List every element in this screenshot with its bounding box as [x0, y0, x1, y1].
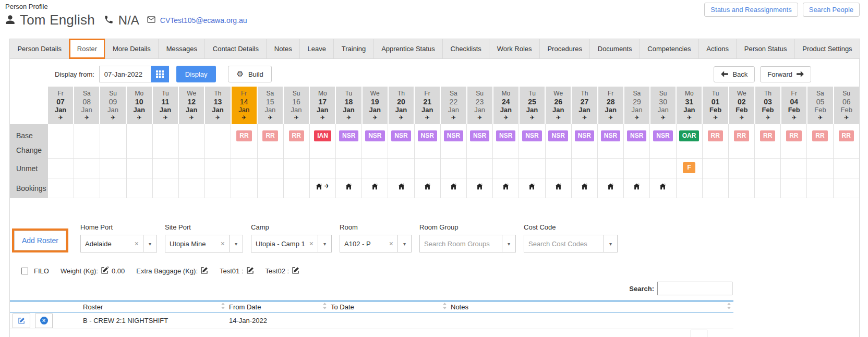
date-header-15-jan[interactable]: Sa15Jan✈ — [258, 87, 284, 124]
date-header-20-jan[interactable]: Th20Jan✈ — [389, 87, 415, 124]
shift-badge-rr[interactable]: RR — [708, 130, 723, 141]
shift-badge-nsr[interactable]: NSR — [601, 130, 620, 141]
date-header-03-feb[interactable]: Th03Feb✈ — [755, 87, 781, 124]
tab-roster[interactable]: Roster — [69, 39, 105, 59]
date-header-10-jan[interactable]: Mo10Jan✈ — [127, 87, 153, 124]
date-header-14-jan[interactable]: Fr14Jan✈ — [232, 87, 258, 124]
date-header-22-jan[interactable]: Sa22Jan✈ — [441, 87, 467, 124]
date-header-16-jan[interactable]: Su16Jan✈ — [284, 87, 310, 124]
shift-badge-oar[interactable]: OAR — [679, 130, 700, 141]
date-header-24-jan[interactable]: Mo24Jan✈ — [493, 87, 520, 124]
tab-checklists[interactable]: Checklists — [442, 39, 489, 59]
build-button[interactable]: ⚙ Build — [228, 66, 271, 82]
date-header-11-jan[interactable]: Tu11Jan✈ — [153, 87, 179, 124]
shift-badge-nsr[interactable]: NSR — [339, 130, 358, 141]
display-button[interactable]: Display — [176, 66, 216, 82]
date-header-13-jan[interactable]: Th13Jan✈ — [205, 87, 231, 124]
date-header-31-jan[interactable]: Mo31Jan✈ — [677, 87, 703, 124]
site-port-select[interactable]: Utopia Mine×▾ — [165, 235, 243, 252]
shift-badge-rr[interactable]: RR — [812, 130, 827, 141]
display-from-input[interactable] — [99, 66, 151, 82]
date-header-21-jan[interactable]: Fr21Jan✈ — [415, 87, 441, 124]
shift-badge-nsr[interactable]: NSR — [653, 130, 672, 141]
edit-test02-icon[interactable] — [292, 267, 299, 275]
tab-training[interactable]: Training — [333, 39, 373, 59]
add-roster-button[interactable]: Add Roster — [12, 228, 68, 252]
date-header-19-jan[interactable]: We19Jan✈ — [363, 87, 389, 124]
search-people-button[interactable]: Search People — [803, 3, 860, 17]
room-select[interactable]: A102 - P×▾ — [340, 235, 412, 252]
clear-icon[interactable]: × — [385, 239, 397, 248]
tab-person-status[interactable]: Person Status — [736, 39, 794, 59]
edit-roster-button[interactable] — [13, 314, 30, 328]
shift-badge-rr[interactable]: RR — [262, 130, 278, 141]
date-header-07-jan[interactable]: Fr07Jan✈ — [48, 87, 74, 124]
shift-badge-nsr[interactable]: NSR — [522, 130, 541, 141]
status-and-reassignments-button[interactable]: Status and Reassignments — [704, 3, 798, 17]
date-header-06-feb[interactable]: Su06Feb✈ — [834, 87, 859, 124]
shift-badge-rr[interactable]: RR — [839, 130, 854, 141]
date-header-30-jan[interactable]: Su30Jan✈ — [650, 87, 677, 124]
column-header-to-date[interactable]: To Date — [329, 302, 449, 312]
shift-badge-rr[interactable]: RR — [734, 130, 749, 141]
room-group-select[interactable]: Search Room Groups▾ — [419, 235, 516, 252]
date-header-26-jan[interactable]: We26Jan✈ — [546, 87, 572, 124]
column-header-notes[interactable]: Notes — [449, 302, 733, 312]
calendar-picker-button[interactable] — [151, 66, 169, 82]
delete-roster-button[interactable]: × — [35, 314, 53, 328]
shift-badge-nsr[interactable]: NSR — [575, 130, 594, 141]
date-header-25-jan[interactable]: Tu25Jan✈ — [520, 87, 546, 124]
date-header-27-jan[interactable]: Th27Jan✈ — [572, 87, 598, 124]
tab-messages[interactable]: Messages — [158, 39, 205, 59]
date-header-29-jan[interactable]: Sa29Jan✈ — [624, 87, 650, 124]
chevron-down-icon[interactable]: ▾ — [604, 235, 617, 252]
date-header-01-feb[interactable]: Tu01Feb✈ — [703, 87, 729, 124]
shift-badge-nsr[interactable]: NSR — [391, 130, 411, 141]
column-header-from-date[interactable]: From Date — [227, 302, 329, 312]
forward-button[interactable]: Forward — [760, 66, 811, 82]
back-button[interactable]: Back — [714, 66, 755, 82]
date-header-18-jan[interactable]: Tu18Jan✈ — [336, 87, 362, 124]
tab-leave[interactable]: Leave — [299, 39, 334, 59]
chevron-down-icon[interactable]: ▾ — [143, 235, 156, 252]
tab-work-roles[interactable]: Work Roles — [489, 39, 540, 59]
clear-icon[interactable]: × — [305, 239, 318, 248]
shift-badge-nsr[interactable]: NSR — [627, 130, 646, 141]
search-input[interactable] — [657, 282, 732, 295]
shift-badge-nsr[interactable]: NSR — [496, 130, 515, 141]
tab-person-details[interactable]: Person Details — [9, 39, 69, 59]
tab-notes[interactable]: Notes — [266, 39, 300, 59]
email-link[interactable]: CVTest105@ecawa.org.au — [160, 16, 247, 25]
date-header-09-jan[interactable]: Su09Jan✈ — [100, 87, 126, 124]
edit-extra-baggage-icon[interactable] — [201, 267, 208, 275]
pagination-button[interactable] — [691, 330, 707, 337]
clear-icon[interactable]: × — [130, 239, 143, 248]
home-port-select[interactable]: Adelaide×▾ — [80, 235, 157, 252]
shift-badge-nsr[interactable]: NSR — [470, 130, 489, 141]
date-header-05-feb[interactable]: Sa05Feb✈ — [807, 87, 834, 124]
shift-badge-nsr[interactable]: NSR — [548, 130, 568, 141]
date-header-12-jan[interactable]: We12Jan✈ — [179, 87, 205, 124]
date-header-08-jan[interactable]: Sa08Jan✈ — [74, 87, 100, 124]
edit-weight-icon[interactable] — [101, 267, 108, 275]
date-header-02-feb[interactable]: We02Feb✈ — [729, 87, 755, 124]
tab-actions[interactable]: Actions — [698, 39, 737, 59]
tab-more-details[interactable]: More Details — [105, 39, 159, 59]
chevron-down-icon[interactable]: ▾ — [502, 235, 515, 252]
date-header-28-jan[interactable]: Fr28Jan✈ — [598, 87, 624, 124]
edit-test01-icon[interactable] — [247, 267, 254, 275]
shift-badge-rr[interactable]: RR — [760, 130, 775, 141]
chevron-down-icon[interactable]: ▾ — [229, 235, 243, 252]
shift-badge-nsr[interactable]: NSR — [444, 130, 463, 141]
column-header-roster[interactable]: Roster — [81, 302, 227, 312]
tab-competencies[interactable]: Competencies — [640, 39, 699, 59]
tab-documents[interactable]: Documents — [589, 39, 640, 59]
unmet-badge-f[interactable]: F — [683, 162, 695, 173]
cost-code-select[interactable]: Search Cost Codes▾ — [524, 235, 618, 252]
tab-procedures[interactable]: Procedures — [539, 39, 590, 59]
chevron-down-icon[interactable]: ▾ — [397, 235, 411, 252]
shift-badge-ian[interactable]: IAN — [314, 130, 331, 141]
camp-select[interactable]: Utopia - Camp 1×▾ — [251, 235, 332, 252]
tab-product-settings[interactable]: Product Settings — [794, 39, 860, 59]
date-header-23-jan[interactable]: Su23Jan✈ — [467, 87, 493, 124]
